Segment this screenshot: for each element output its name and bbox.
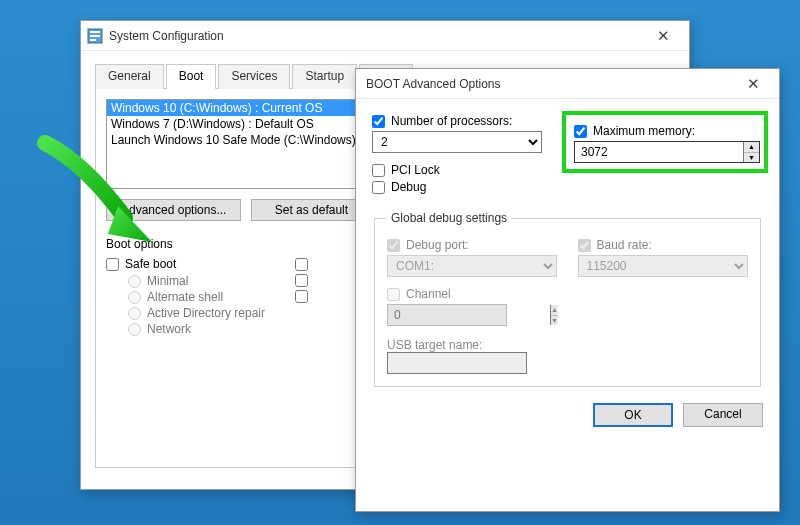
annotation-highlight-box: Maximum memory: ▲ ▼ bbox=[562, 111, 768, 173]
spinner-up-icon[interactable]: ▲ bbox=[744, 142, 759, 153]
tab-boot[interactable]: Boot bbox=[166, 64, 217, 89]
tab-services[interactable]: Services bbox=[218, 64, 290, 89]
channel-checkbox: Channel bbox=[387, 287, 558, 301]
svg-rect-1 bbox=[90, 31, 100, 33]
set-as-default-button[interactable]: Set as default bbox=[251, 199, 371, 221]
num-processors-input[interactable] bbox=[372, 115, 385, 128]
app-icon bbox=[87, 28, 103, 44]
debug-port-checkbox: Debug port: bbox=[387, 238, 558, 252]
safe-boot-input[interactable] bbox=[106, 258, 119, 271]
usb-target-input bbox=[387, 352, 527, 374]
baud-rate-select: 115200 bbox=[578, 255, 748, 277]
cut-checkbox-1[interactable] bbox=[295, 258, 314, 271]
safe-boot-checkbox[interactable]: Safe boot bbox=[106, 257, 265, 271]
close-icon[interactable]: ✕ bbox=[643, 27, 683, 45]
cancel-button[interactable]: Cancel bbox=[683, 403, 763, 427]
radio-minimal: Minimal bbox=[128, 274, 265, 288]
max-memory-input[interactable] bbox=[574, 125, 587, 138]
ok-button[interactable]: OK bbox=[593, 403, 673, 427]
num-processors-label: Number of processors: bbox=[391, 114, 512, 128]
close-icon[interactable]: ✕ bbox=[733, 75, 773, 93]
window-title: System Configuration bbox=[103, 29, 643, 43]
svg-rect-3 bbox=[90, 39, 96, 41]
tab-general[interactable]: General bbox=[95, 64, 164, 89]
max-memory-field[interactable] bbox=[575, 142, 743, 162]
boot-options-label: Boot options bbox=[106, 237, 265, 251]
radio-ad-repair: Active Directory repair bbox=[128, 306, 265, 320]
num-processors-select[interactable]: 2 bbox=[372, 131, 542, 153]
spinner-up-icon: ▲ bbox=[551, 305, 558, 316]
pci-lock-checkbox[interactable]: PCI Lock bbox=[372, 163, 542, 177]
boot-advanced-options-dialog: BOOT Advanced Options ✕ Number of proces… bbox=[355, 68, 780, 512]
baud-rate-checkbox: Baud rate: bbox=[578, 238, 749, 252]
cut-checkbox-3[interactable] bbox=[295, 290, 314, 303]
max-memory-checkbox[interactable]: Maximum memory: bbox=[574, 124, 756, 138]
debug-port-select: COM1: bbox=[387, 255, 557, 277]
advanced-options-button[interactable]: Advanced options... bbox=[106, 199, 241, 221]
cut-checkbox-2[interactable] bbox=[295, 274, 314, 287]
radio-alt-shell: Alternate shell bbox=[128, 290, 265, 304]
dialog-title: BOOT Advanced Options bbox=[362, 77, 733, 91]
titlebar[interactable]: BOOT Advanced Options ✕ bbox=[356, 69, 779, 99]
global-debug-legend: Global debug settings bbox=[387, 211, 511, 225]
spinner-down-icon[interactable]: ▼ bbox=[744, 153, 759, 163]
num-processors-checkbox[interactable]: Number of processors: bbox=[372, 114, 542, 128]
titlebar[interactable]: System Configuration ✕ bbox=[81, 21, 689, 51]
channel-spinner: ▲▼ bbox=[387, 304, 507, 326]
usb-target-label: USB target name: bbox=[387, 338, 558, 352]
tab-startup[interactable]: Startup bbox=[292, 64, 357, 89]
safe-boot-text: Safe boot bbox=[125, 257, 176, 271]
spinner-down-icon: ▼ bbox=[551, 316, 558, 326]
debug-checkbox[interactable]: Debug bbox=[372, 180, 542, 194]
svg-rect-2 bbox=[90, 35, 100, 37]
radio-network: Network bbox=[128, 322, 265, 336]
global-debug-fieldset: Global debug settings Debug port: COM1: … bbox=[374, 211, 761, 387]
max-memory-spinner[interactable]: ▲ ▼ bbox=[574, 141, 760, 163]
max-memory-label: Maximum memory: bbox=[593, 124, 695, 138]
